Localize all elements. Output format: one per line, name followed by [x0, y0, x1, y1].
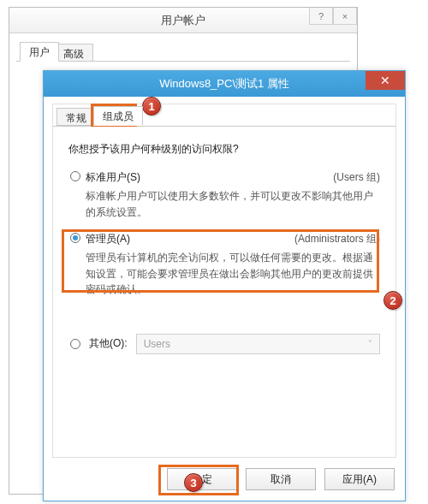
admin-group: (Administrators 组) — [294, 232, 380, 246]
callout-2: 2 — [383, 291, 402, 310]
tab-advanced[interactable]: 高级 — [54, 44, 93, 62]
radio-other[interactable] — [70, 339, 80, 349]
group-membership-panel: 你想授予该用户何种级别的访问权限? 标准用户(S) (Users 组) 标准帐户… — [68, 142, 380, 448]
apply-button[interactable]: 应用(A) — [324, 468, 395, 490]
other-group-combo[interactable]: Users ˅ — [136, 334, 380, 354]
tab-general[interactable]: 常规 — [56, 108, 96, 126]
help-icon[interactable]: ? — [309, 8, 333, 25]
close-icon[interactable]: × — [333, 8, 357, 25]
admin-label: 管理员(A) — [86, 233, 130, 245]
close-icon: ✕ — [380, 74, 390, 87]
standard-desc: 标准帐户用户可以使用大多数软件，并可以更改不影响其他用户的系统设置。 — [86, 188, 380, 220]
admin-desc: 管理员有计算机的完全访问权，可以做任何需要的更改。根据通知设置，可能会要求管理员… — [86, 250, 380, 298]
access-level-prompt: 你想授予该用户何种级别的访问权限? — [68, 142, 380, 157]
parent-titlebar: 用户帐户 ? × — [9, 8, 357, 33]
option-standard-user[interactable]: 标准用户(S) (Users 组) 标准帐户用户可以使用大多数软件，并可以更改不… — [70, 170, 380, 220]
cancel-button[interactable]: 取消 — [246, 468, 316, 490]
user-properties-window: Windows8_PC\测试1 属性 ✕ 常规 组成员 你想授予该用户何种级别的… — [43, 70, 406, 501]
tab-group-membership[interactable]: 组成员 — [93, 106, 143, 126]
option-administrator[interactable]: 管理员(A) (Administrators 组) 管理员有计算机的完全访问权，… — [70, 232, 380, 298]
parent-tabstrip: 用户 高级 — [16, 40, 350, 62]
parent-window-controls: ? × — [309, 8, 357, 25]
standard-label: 标准用户(S) — [86, 171, 140, 183]
standard-group: (Users 组) — [333, 170, 380, 185]
option-other[interactable]: 其他(O): Users ˅ — [68, 334, 380, 354]
child-title: Windows8_PC\测试1 属性 — [159, 76, 289, 92]
parent-title: 用户帐户 — [161, 13, 205, 28]
callout-1: 1 — [142, 97, 161, 116]
chevron-down-icon: ˅ — [368, 339, 372, 348]
other-label: 其他(O): — [89, 336, 128, 351]
tab-users[interactable]: 用户 — [20, 42, 59, 62]
child-body: 常规 组成员 你想授予该用户何种级别的访问权限? 标准用户(S) (Users … — [52, 104, 396, 458]
child-tabstrip: 常规 组成员 — [53, 104, 395, 127]
callout-3: 3 — [184, 473, 203, 492]
combo-value: Users — [144, 338, 170, 350]
child-titlebar: Windows8_PC\测试1 属性 ✕ — [44, 71, 405, 97]
radio-standard[interactable] — [70, 171, 80, 181]
radio-admin[interactable] — [70, 233, 80, 243]
close-button[interactable]: ✕ — [366, 71, 405, 90]
